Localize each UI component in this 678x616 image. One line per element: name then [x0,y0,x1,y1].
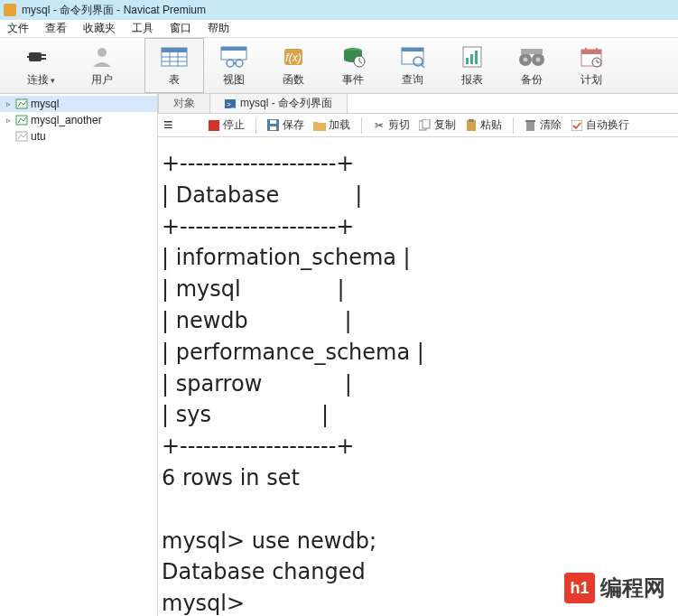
svg-rect-35 [581,50,601,54]
toolbar-report-label: 报表 [461,72,483,88]
main-toolbar: 连接▾ 用户 表 视图 f(x) 函数 事件 查询 [0,38,678,94]
toolbar-user[interactable]: 用户 [72,38,132,93]
svg-rect-46 [209,120,219,131]
paste-icon [465,119,478,132]
save-button[interactable]: 保存 [267,117,304,133]
load-button[interactable]: 加载 [313,117,350,133]
cut-button[interactable]: ✂剪切 [373,117,410,133]
save-icon [267,119,280,132]
svg-rect-43 [16,132,27,141]
sub-toolbar: ≡ 停止 保存 加载 ✂剪切 复制 粘贴 清除 自动换行 [158,114,678,137]
chevron-down-icon: ▾ [51,76,55,85]
svg-rect-55 [525,120,535,122]
toolbar-event[interactable]: 事件 [323,38,383,93]
save-label: 保存 [283,117,304,133]
fx-icon: f(x) [279,43,308,70]
checkbox-icon [571,119,583,132]
watermark: h1 编程网 [564,573,665,603]
toolbar-user-label: 用户 [91,72,113,88]
wrap-toggle[interactable]: 自动换行 [571,117,629,133]
wrap-label: 自动换行 [586,117,629,133]
app-icon [4,4,16,16]
toolbar-function[interactable]: f(x) 函数 [264,38,323,93]
tab-console[interactable]: >_ mysql - 命令列界面 [209,93,348,113]
svg-rect-49 [270,126,276,130]
menu-view[interactable]: 查看 [45,21,67,36]
folder-icon [313,119,326,132]
svg-rect-42 [16,116,27,125]
connection-icon [15,131,28,142]
svg-rect-26 [466,58,469,64]
stop-label: 停止 [223,117,245,133]
toolbar-event-label: 事件 [342,72,364,88]
svg-rect-5 [162,48,187,52]
svg-rect-2 [42,58,46,60]
paste-label: 粘贴 [480,117,502,133]
toolbar-report[interactable]: 报表 [442,38,502,93]
svg-point-13 [236,60,243,67]
toolbar-schedule-label: 计划 [580,72,602,88]
copy-label: 复制 [434,117,456,133]
copy-icon [419,119,432,132]
tree-caret-icon[interactable]: ▹ [4,99,13,108]
svg-rect-27 [470,54,473,64]
connection-icon [15,98,28,109]
view-icon [219,43,248,70]
menu-help[interactable]: 帮助 [208,21,229,36]
toolbar-table[interactable]: 表 [144,38,204,93]
sidebar-item-label: mysql [31,98,59,110]
menu-tools[interactable]: 工具 [132,21,153,36]
tab-label: 对象 [173,96,195,111]
svg-rect-48 [270,120,276,124]
svg-rect-22 [402,48,423,51]
tab-objects[interactable]: 对象 [158,93,210,113]
trash-icon [525,119,537,132]
svg-point-12 [227,60,234,67]
content: 对象 >_ mysql - 命令列界面 ≡ 停止 保存 加载 ✂剪切 复制 粘贴… [158,94,678,616]
svg-text:f(x): f(x) [285,51,301,64]
toolbar-table-label: 表 [169,72,180,88]
hamburger-button[interactable]: ≡ [163,116,173,135]
toolbar-view-label: 视图 [223,72,245,88]
tabs: 对象 >_ mysql - 命令列界面 [158,94,678,114]
stop-icon [208,119,220,132]
menu-fav[interactable]: 收藏夹 [83,21,116,36]
title-bar: mysql - 命令列界面 - Navicat Premium [0,0,678,20]
query-icon [398,43,427,70]
plug-icon [26,43,55,70]
toolbar-query[interactable]: 查询 [383,38,442,93]
toolbar-view[interactable]: 视图 [204,38,264,93]
stop-button[interactable]: 停止 [208,117,245,133]
tree-caret-icon[interactable]: ▹ [4,116,13,125]
event-icon [339,43,367,70]
sidebar-item-label: utu [31,130,46,143]
user-icon [88,43,116,70]
svg-point-3 [98,48,107,57]
svg-rect-11 [221,47,246,51]
menu-file[interactable]: 文件 [7,21,29,36]
load-label: 加载 [329,117,350,133]
clear-button[interactable]: 清除 [525,117,562,133]
toolbar-connect[interactable]: 连接▾ [9,38,72,93]
svg-rect-41 [16,99,27,108]
menu-window[interactable]: 窗口 [170,21,191,36]
watermark-logo: h1 [564,573,595,603]
copy-button[interactable]: 复制 [419,117,456,133]
tab-label: mysql - 命令列界面 [240,96,332,111]
toolbar-function-label: 函数 [283,72,304,88]
svg-rect-28 [475,51,478,64]
toolbar-schedule[interactable]: 计划 [562,38,621,93]
connection-icon [15,115,28,126]
console-icon: >_ [225,99,236,108]
sidebar-item-mysql[interactable]: ▹ mysql [0,96,157,112]
svg-rect-56 [571,120,582,131]
schedule-icon [577,43,606,70]
toolbar-backup[interactable]: 备份 [502,38,562,93]
terminal-output[interactable]: +--------------------+ | Database | +---… [158,137,678,616]
scissors-icon: ✂ [373,119,385,132]
paste-button[interactable]: 粘贴 [465,117,502,133]
svg-line-24 [421,64,424,68]
sidebar-item-mysql-another[interactable]: ▹ mysql_another [0,112,157,128]
sidebar-item-utu[interactable]: utu [0,128,157,145]
clear-label: 清除 [540,117,562,133]
